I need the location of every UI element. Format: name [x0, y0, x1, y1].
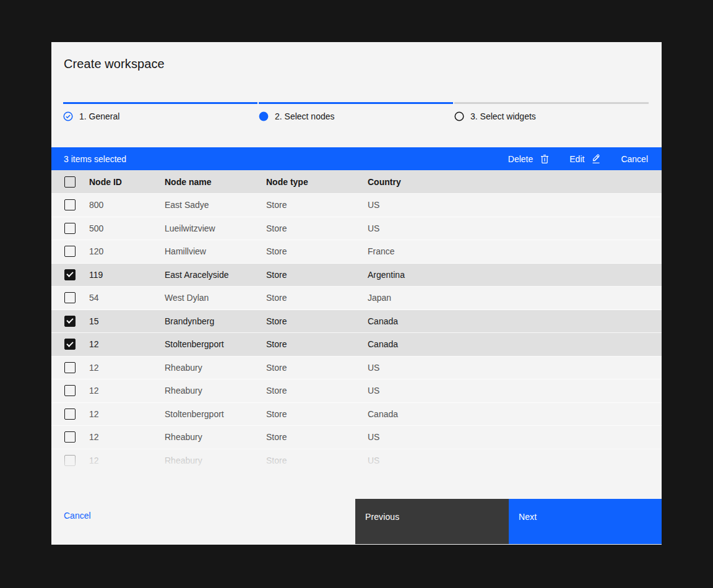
- progress-step-line: [454, 102, 649, 104]
- row-checkbox-cell: [51, 431, 89, 443]
- batch-delete-button[interactable]: Delete: [498, 147, 560, 170]
- cell-country: US: [368, 386, 662, 396]
- batch-button-label: Edit: [569, 154, 584, 164]
- row-checkbox-cell: [51, 385, 89, 396]
- cell-node-id: 12: [89, 339, 165, 349]
- row-checkbox[interactable]: [64, 223, 76, 234]
- table-row[interactable]: 12StoltenbergportStoreCanada: [51, 403, 662, 426]
- batch-action-bar: 3 items selected DeleteEditCancel: [51, 147, 662, 170]
- row-checkbox-cell: [51, 223, 89, 234]
- progress-indicator: 1. General2. Select nodes3. Select widge…: [63, 102, 649, 121]
- cell-node-name: Rheabury: [165, 386, 266, 396]
- previous-button[interactable]: Previous: [355, 499, 509, 544]
- cell-node-id: 800: [89, 200, 165, 210]
- cell-node-name: Lueilwitzview: [165, 223, 266, 233]
- cell-node-name: Hamillview: [165, 246, 266, 256]
- cell-node-type: Store: [266, 246, 368, 256]
- cell-country: Argentina: [368, 270, 662, 280]
- cell-node-type: Store: [266, 316, 368, 326]
- cell-country: US: [368, 363, 662, 373]
- row-checkbox[interactable]: [64, 362, 76, 373]
- batch-button-label: Delete: [508, 154, 533, 164]
- cell-node-type: Store: [266, 293, 368, 303]
- cell-node-id: 500: [89, 223, 165, 233]
- edit-icon: [591, 154, 601, 164]
- table-row[interactable]: 119East AracelysideStoreArgentina: [51, 264, 662, 287]
- modal-footer: Cancel Previous Next: [51, 472, 662, 545]
- cell-node-id: 12: [89, 409, 165, 419]
- progress-step-2[interactable]: 2. Select nodes: [259, 102, 453, 121]
- cell-node-name: Brandynberg: [165, 316, 266, 326]
- table-row[interactable]: 500LueilwitzviewStoreUS: [51, 217, 662, 241]
- cell-node-name: Rheabury: [165, 456, 266, 465]
- column-header-country: Country: [368, 177, 662, 187]
- row-checkbox[interactable]: [64, 409, 76, 420]
- cell-node-name: East Aracelyside: [165, 270, 266, 280]
- step-label: 2. Select nodes: [275, 111, 335, 121]
- cell-node-name: Rheabury: [165, 363, 266, 373]
- selected-count-label: 3 items selected: [64, 154, 126, 164]
- cell-node-type: Store: [266, 339, 368, 349]
- cell-country: Japan: [368, 293, 662, 303]
- select-all-cell: [51, 176, 89, 188]
- cell-node-id: 12: [89, 432, 165, 442]
- current-step-icon: [259, 111, 269, 121]
- select-all-checkbox[interactable]: [64, 176, 76, 188]
- table-row[interactable]: 800East SadyeStoreUS: [51, 194, 662, 217]
- row-checkbox-cell: [51, 455, 89, 466]
- cell-node-id: 54: [89, 293, 165, 303]
- cell-country: Canada: [368, 316, 662, 326]
- row-checkbox[interactable]: [64, 292, 76, 303]
- row-checkbox-cell: [51, 246, 89, 257]
- batch-edit-button[interactable]: Edit: [560, 147, 611, 170]
- cell-node-id: 12: [89, 456, 165, 465]
- row-checkbox-cell: [51, 316, 89, 327]
- row-checkbox-cell: [51, 269, 89, 280]
- cell-node-name: Stoltenbergport: [165, 339, 266, 349]
- table-row[interactable]: 15BrandynbergStoreCanada: [51, 310, 662, 334]
- cell-country: Canada: [368, 409, 662, 419]
- row-checkbox[interactable]: [64, 385, 76, 396]
- row-checkbox-checked[interactable]: [64, 316, 76, 327]
- cell-node-id: 120: [89, 246, 165, 256]
- table-row[interactable]: 120HamillviewStoreFrance: [51, 240, 662, 264]
- cell-node-name: East Sadye: [165, 200, 266, 210]
- row-checkbox[interactable]: [64, 431, 76, 443]
- cell-node-type: Store: [266, 223, 368, 233]
- table-row[interactable]: 12RheaburyStoreUS: [51, 357, 662, 380]
- table-row[interactable]: 12StoltenbergportStoreCanada: [51, 333, 662, 357]
- cell-node-id: 119: [89, 270, 165, 280]
- cell-country: Canada: [368, 339, 662, 349]
- cell-node-name: West Dylan: [165, 293, 266, 303]
- table-header-row: Node ID Node name Node type Country: [51, 170, 662, 194]
- cell-country: US: [368, 223, 662, 233]
- row-checkbox-cell: [51, 292, 89, 303]
- step-label: 1. General: [79, 111, 119, 121]
- progress-step-3[interactable]: 3. Select widgets: [454, 102, 649, 121]
- cancel-link[interactable]: Cancel: [64, 511, 91, 521]
- table-row[interactable]: 12RheaburyStoreUS: [51, 449, 662, 473]
- table-row[interactable]: 12RheaburyStoreUS: [51, 379, 662, 403]
- cell-node-type: Store: [266, 270, 368, 280]
- cell-node-type: Store: [266, 200, 368, 210]
- row-checkbox[interactable]: [64, 199, 76, 210]
- row-checkbox-checked[interactable]: [64, 339, 76, 350]
- row-checkbox[interactable]: [64, 246, 76, 257]
- step-label: 3. Select widgets: [470, 111, 536, 121]
- column-header-node-name: Node name: [165, 177, 266, 187]
- row-checkbox-cell: [51, 199, 89, 210]
- table-row[interactable]: 12RheaburyStoreUS: [51, 426, 662, 449]
- batch-cancel-button[interactable]: Cancel: [611, 147, 658, 170]
- row-checkbox[interactable]: [64, 455, 76, 466]
- progress-step-line: [63, 102, 257, 104]
- progress-step-1[interactable]: 1. General: [63, 102, 257, 121]
- cell-country: US: [368, 200, 662, 210]
- cell-country: US: [368, 432, 662, 442]
- cell-node-name: Rheabury: [165, 432, 266, 442]
- table-row[interactable]: 54West DylanStoreJapan: [51, 287, 662, 310]
- cell-node-name: Stoltenbergport: [165, 409, 266, 419]
- row-checkbox-cell: [51, 339, 89, 350]
- column-header-node-id: Node ID: [89, 177, 165, 187]
- row-checkbox-checked[interactable]: [64, 269, 76, 280]
- next-button[interactable]: Next: [509, 499, 662, 544]
